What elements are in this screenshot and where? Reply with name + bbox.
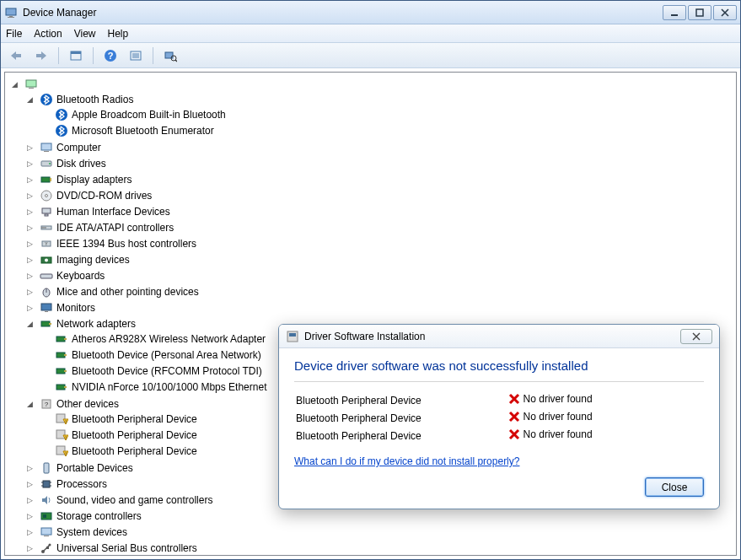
dialog-device-table: Bluetooth Peripheral Device No driver fo… [294,390,704,445]
tree-item-dvd[interactable]: ▷DVD/CD-ROM drives [25,188,152,202]
tree-item-disk-drives[interactable]: ▷Disk drives [25,156,106,170]
tree-item-bluetooth-radios[interactable]: ◢ Bluetooth Radios [25,92,133,106]
tree-item-na-bt-pan[interactable]: Bluetooth Device (Personal Area Network) [40,347,261,362]
dialog-help-link[interactable]: What can I do if my device did not insta… [294,455,519,467]
tree-item-na-atheros[interactable]: Atheros AR928X Wireless Network Adapter [40,331,266,346]
usb-icon [40,541,53,555]
tree-label: Apple Broadcom Built-in Bluetooth [72,109,226,121]
svg-rect-0 [6,8,16,15]
dialog-close-button[interactable] [680,329,712,344]
ieee1394-icon: Y [40,237,53,250]
svg-point-26 [49,163,51,164]
processor-icon [40,477,53,491]
dialog-heading: Device driver software was not successfu… [294,358,704,382]
tree-item-na-nvidia[interactable]: NVIDIA nForce 10/100/1000 Mbps Ethernet [40,380,266,394]
back-button[interactable] [6,46,26,66]
expander-icon[interactable]: ▷ [25,495,35,504]
bluetooth-icon [55,108,68,121]
tree-item-network-adapters[interactable]: ◢ Network adapters [25,316,136,331]
tree-item-monitors[interactable]: ▷Monitors [25,300,95,315]
table-row: Bluetooth Peripheral Device No driver fo… [296,428,702,444]
expander-icon[interactable]: ▷ [25,303,35,312]
menu-action[interactable]: Action [34,28,62,40]
tree-item-od-bpd[interactable]: !Bluetooth Peripheral Device [40,412,197,426]
dialog-body: Device driver software was not successfu… [279,348,719,509]
expander-icon[interactable]: ▷ [25,207,35,216]
expander-icon[interactable]: ▷ [25,143,35,152]
tree-item-ieee1394[interactable]: ▷YIEEE 1394 Bus host controllers [25,236,196,250]
expander-icon[interactable]: ▷ [25,527,35,536]
tree-root[interactable]: ◢ [10,77,38,91]
tree-item-bt-apple[interactable]: Apple Broadcom Built-in Bluetooth [40,107,226,121]
expander-icon[interactable]: ▷ [25,479,35,488]
minimize-button[interactable] [663,5,686,20]
tree-item-sound[interactable]: ▷Sound, video and game controllers [25,493,212,507]
tree-item-imaging[interactable]: ▷Imaging devices [25,252,130,267]
tree-item-portable-devices[interactable]: ▷Portable Devices [25,460,133,475]
forward-button[interactable] [31,46,51,66]
expander-icon[interactable]: ◢ [25,94,35,104]
svg-rect-64 [56,446,65,455]
tree-item-usb[interactable]: ▷Universal Serial Bus controllers [25,541,197,555]
expander-icon[interactable]: ▷ [25,271,35,280]
svg-rect-58 [56,414,65,423]
tree-label: Keyboards [56,270,105,282]
tree-item-processors[interactable]: ▷Processors [25,477,107,491]
expander-icon[interactable]: ◢ [25,319,35,328]
tree-item-bt-ms[interactable]: Microsoft Bluetooth Enumerator [40,123,214,137]
maximize-button[interactable] [688,5,711,20]
dialog-close-ok-button[interactable]: Close [645,477,704,497]
expander-icon[interactable]: ▷ [25,287,35,296]
svg-rect-54 [56,385,65,390]
tree-item-system[interactable]: ▷System devices [25,525,127,539]
tree-item-od-bpd[interactable]: !Bluetooth Peripheral Device [40,428,197,442]
unknown-device-warning-icon: ! [55,412,68,426]
ide-icon [40,221,53,234]
expander-icon[interactable]: ▷ [25,175,35,184]
menu-file[interactable]: File [6,28,22,40]
tree-item-computer[interactable]: ▷Computer [25,140,101,154]
bluetooth-icon [40,93,53,106]
expander-icon[interactable]: ◢ [10,79,19,89]
tree-item-od-bpd[interactable]: !Bluetooth Peripheral Device [40,444,197,458]
tree-item-other-devices[interactable]: ◢ ? Other devices [25,396,119,411]
tree-item-storage[interactable]: ▷Storage controllers [25,509,142,523]
device-manager-window: Device Manager File Action View Help ? ◢ [0,0,741,560]
expander-icon[interactable]: ▷ [25,511,35,520]
svg-rect-23 [41,143,51,150]
show-hidden-button[interactable] [66,46,86,66]
svg-rect-28 [50,178,51,181]
expander-icon[interactable]: ▷ [25,239,35,248]
scan-button[interactable] [160,46,180,66]
driver-install-icon [286,330,299,343]
expander-icon[interactable]: ▷ [25,543,35,552]
help-button[interactable]: ? [100,46,121,66]
properties-button[interactable] [126,46,146,66]
svg-rect-61 [56,430,65,439]
expander-icon[interactable]: ▷ [25,255,35,264]
tree-label: Other devices [56,398,119,410]
portable-device-icon [40,461,53,475]
tree-label: Bluetooth Peripheral Device [72,445,197,457]
svg-rect-41 [40,274,52,278]
tree-item-na-bt-rfcomm[interactable]: Bluetooth Device (RFCOMM Protocol TDI) [40,363,262,378]
toolbar: ? [1,43,740,68]
tree-label: System devices [56,526,127,538]
tree-item-mice[interactable]: ▷Mice and other pointing devices [25,284,199,299]
network-adapter-icon [55,380,68,394]
tree-item-display-adapters[interactable]: ▷Display adapters [25,172,132,186]
tree-item-ide[interactable]: ▷IDE ATA/ATAPI controllers [25,220,174,234]
menu-view[interactable]: View [74,28,96,40]
mouse-icon [40,285,53,299]
menu-help[interactable]: Help [108,28,129,40]
expander-icon[interactable]: ▷ [25,223,35,232]
network-adapter-icon [55,348,68,362]
close-button[interactable] [713,5,737,20]
tree-item-hid[interactable]: ▷Human Interface Devices [25,204,170,218]
expander-icon[interactable]: ◢ [25,399,35,408]
device-name: Bluetooth Peripheral Device [296,412,422,424]
expander-icon[interactable]: ▷ [25,191,35,200]
expander-icon[interactable]: ▷ [25,159,35,168]
tree-item-keyboards[interactable]: ▷Keyboards [25,268,105,283]
expander-icon[interactable]: ▷ [25,463,35,472]
